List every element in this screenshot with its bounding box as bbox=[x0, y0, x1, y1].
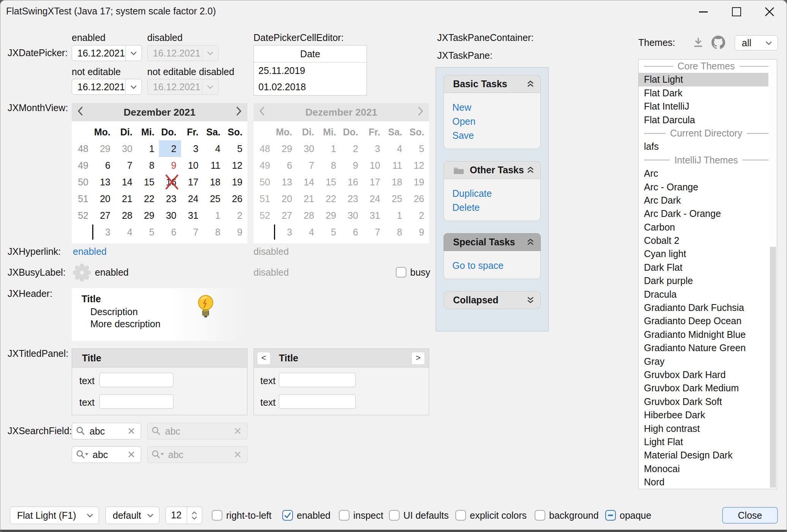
text-input[interactable] bbox=[279, 373, 356, 387]
busy-checkbox[interactable] bbox=[396, 267, 406, 278]
calendar-next-icon[interactable] bbox=[236, 106, 242, 118]
calendar-day[interactable]: 24 bbox=[181, 190, 203, 207]
taskpane-link-go-to-space[interactable]: Go to space bbox=[452, 259, 540, 273]
taskpane-header[interactable]: Other Tasks bbox=[444, 161, 541, 179]
laf-combobox[interactable]: Flat Light (F1) bbox=[10, 507, 99, 524]
taskpane-link-delete[interactable]: Delete bbox=[452, 201, 540, 215]
taskpane-link-open[interactable]: Open bbox=[452, 115, 540, 129]
minimize-button[interactable] bbox=[692, 2, 714, 21]
calendar-day[interactable]: 29 bbox=[93, 140, 115, 157]
theme-item-dracula[interactable]: Dracula bbox=[639, 288, 768, 301]
calendar-prev-icon[interactable] bbox=[77, 106, 83, 118]
calendar-day[interactable]: 12 bbox=[225, 157, 247, 174]
calendar-day[interactable]: 3 bbox=[93, 224, 115, 240]
searchfield-enabled[interactable]: abc ✕ bbox=[72, 423, 141, 439]
calendar-day[interactable]: 30 bbox=[115, 140, 137, 157]
titledpanel-prev-button[interactable]: < bbox=[257, 352, 271, 365]
calendar-day[interactable]: 10 bbox=[181, 157, 203, 174]
calendar-day[interactable]: 21 bbox=[115, 190, 137, 207]
calendar-day[interactable]: 5 bbox=[225, 140, 247, 157]
chevron-down-icon[interactable] bbox=[125, 79, 142, 94]
calendar-day[interactable]: 20 bbox=[93, 190, 115, 207]
calendar-day[interactable]: 1 bbox=[137, 140, 159, 157]
calendar-day[interactable]: 1 bbox=[203, 207, 225, 224]
monthview-calendar-enabled[interactable]: Dezember 2021Mo.Di.Mi.Do.Fr.Sa.So.482930… bbox=[72, 103, 247, 243]
calendar-day[interactable]: 9 bbox=[159, 157, 181, 174]
theme-item-arc[interactable]: Arc bbox=[639, 167, 768, 180]
table-row[interactable]: 25.11.2019 bbox=[254, 63, 367, 79]
text-input[interactable] bbox=[99, 394, 173, 409]
theme-item-gradianto-deep-ocean[interactable]: Gradianto Deep Ocean bbox=[639, 314, 768, 328]
calendar-day[interactable]: 27 bbox=[93, 207, 115, 224]
text-input[interactable] bbox=[279, 394, 356, 409]
taskpane-header[interactable]: Basic Tasks bbox=[444, 75, 541, 93]
theme-item-cobalt-2[interactable]: Cobalt 2 bbox=[639, 234, 768, 247]
chevron-double-down-icon[interactable] bbox=[527, 295, 534, 306]
theme-item-hiberbee-dark[interactable]: Hiberbee Dark bbox=[639, 408, 768, 422]
calendar-day[interactable]: 15 bbox=[137, 174, 159, 190]
calendar-day[interactable]: 30 bbox=[159, 207, 181, 224]
theme-item-gradianto-dark-fuchsia[interactable]: Gradianto Dark Fuchsia bbox=[639, 301, 768, 314]
theme-item-light-flat[interactable]: Light Flat bbox=[639, 435, 768, 449]
github-button[interactable] bbox=[710, 34, 727, 51]
spinner-arrows[interactable] bbox=[187, 507, 201, 524]
maximize-button[interactable] bbox=[726, 2, 748, 21]
theme-item-gray[interactable]: Gray bbox=[639, 355, 768, 368]
taskpane-link-new[interactable]: New bbox=[452, 100, 540, 115]
theme-item-arc-dark-orange[interactable]: Arc Dark - Orange bbox=[639, 207, 768, 220]
theme-item-material-design-dark[interactable]: Material Design Dark bbox=[639, 449, 768, 462]
celleditor-column-header[interactable]: Date bbox=[254, 46, 367, 63]
close-window-button[interactable] bbox=[759, 2, 781, 21]
right-to-left-checkbox[interactable] bbox=[212, 510, 222, 521]
taskpane-link-save[interactable]: Save bbox=[452, 129, 540, 143]
datepicker-noteditable[interactable]: 16.12.2021 bbox=[72, 79, 142, 95]
theme-item-gruvbox-dark-medium[interactable]: Gruvbox Dark Medium bbox=[639, 381, 768, 395]
titledpanel-next-button[interactable]: > bbox=[411, 352, 425, 365]
explicit-colors-checkbox[interactable] bbox=[455, 510, 466, 521]
calendar-day[interactable]: 28 bbox=[115, 207, 137, 224]
background-checkbox[interactable] bbox=[535, 510, 545, 521]
taskpane-header[interactable]: Special Tasks bbox=[444, 233, 541, 251]
clear-icon[interactable]: ✕ bbox=[127, 449, 141, 461]
theme-item-nord[interactable]: Nord bbox=[639, 476, 768, 489]
calendar-day[interactable]: 6 bbox=[159, 224, 181, 240]
hyperlink-enabled[interactable]: enabled bbox=[73, 245, 107, 257]
calendar-day[interactable]: 3 bbox=[181, 140, 203, 157]
opaque-checkbox[interactable] bbox=[605, 510, 616, 521]
theme-item-flat-darcula[interactable]: Flat Darcula bbox=[639, 113, 768, 127]
theme-item-flat-light[interactable]: Flat Light bbox=[639, 73, 768, 86]
calendar-day[interactable]: 8 bbox=[137, 157, 159, 174]
taskpane-header[interactable]: Collapsed bbox=[444, 291, 541, 309]
table-row[interactable]: 01.02.2018 bbox=[254, 79, 367, 95]
calendar-day[interactable]: 18 bbox=[203, 174, 225, 190]
font-combobox[interactable]: default bbox=[105, 507, 159, 524]
calendar-day[interactable]: 7 bbox=[115, 157, 137, 174]
calendar-day[interactable]: 19 bbox=[225, 174, 247, 190]
searchfield-value[interactable]: abc bbox=[86, 426, 127, 437]
theme-item-monocai[interactable]: Monocai bbox=[639, 462, 768, 476]
calendar-day[interactable]: 9 bbox=[225, 224, 247, 240]
theme-item-arc-orange[interactable]: Arc - Orange bbox=[639, 180, 768, 194]
search-dropdown-icon[interactable] bbox=[72, 450, 89, 460]
chevron-double-up-icon[interactable] bbox=[527, 165, 534, 176]
searchfield-dropdown-enabled[interactable]: abc ✕ bbox=[72, 446, 141, 463]
searchfield-value[interactable]: abc bbox=[89, 449, 127, 460]
theme-item-gruvbox-dark-soft[interactable]: Gruvbox Dark Soft bbox=[639, 395, 768, 408]
datepicker-enabled[interactable]: 16.12.2021 bbox=[72, 45, 142, 61]
calendar-day[interactable]: 14 bbox=[115, 174, 137, 190]
calendar-day[interactable]: 2 bbox=[159, 140, 181, 157]
theme-item-high-contrast[interactable]: High contrast bbox=[639, 422, 768, 435]
calendar-day[interactable]: 11 bbox=[203, 157, 225, 174]
chevron-double-up-icon[interactable] bbox=[527, 78, 534, 89]
calendar-day[interactable]: 7 bbox=[181, 224, 203, 240]
ui-defaults-checkbox[interactable] bbox=[389, 510, 400, 521]
theme-item-gradianto-midnight-blue[interactable]: Gradianto Midnight Blue bbox=[639, 328, 768, 341]
taskpane-link-duplicate[interactable]: Duplicate bbox=[452, 187, 540, 201]
calendar-day[interactable]: 2 bbox=[225, 207, 247, 224]
calendar-day[interactable]: 6 bbox=[93, 157, 115, 174]
text-input[interactable] bbox=[99, 373, 173, 387]
theme-item-gradianto-nature-green[interactable]: Gradianto Nature Green bbox=[639, 341, 768, 355]
calendar-day[interactable]: 4 bbox=[203, 140, 225, 157]
calendar-day[interactable]: 25 bbox=[203, 190, 225, 207]
theme-item-carbon[interactable]: Carbon bbox=[639, 221, 768, 234]
